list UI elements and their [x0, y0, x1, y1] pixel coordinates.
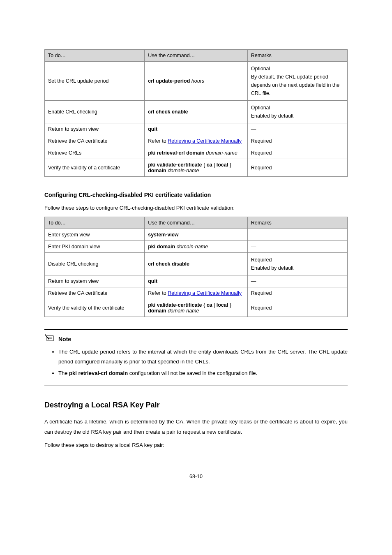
th: Use the command… — [145, 50, 248, 62]
table-row: Enter system view system-view — — [45, 229, 348, 240]
cell: quit — [145, 275, 248, 287]
cell: Required — [247, 159, 347, 177]
cell: — — [247, 229, 347, 240]
table-row: Disable CRL checking crl check disable R… — [45, 252, 348, 275]
cell: Refer to Retrieving a Certificate Manual… — [145, 287, 248, 299]
table-crl-enabled: To do… Use the command… Remarks Set the … — [44, 49, 348, 177]
note-item: The pki retrieval-crl domain configurati… — [58, 368, 348, 378]
cell: Enable CRL checking — [45, 101, 145, 123]
table-row: Enter PKI domain view pki domain domain-… — [45, 240, 348, 252]
th: Remarks — [247, 217, 347, 229]
cell: crl check disable — [145, 252, 248, 275]
cell: crl update-period hours — [145, 62, 248, 101]
cell: — — [247, 240, 347, 252]
cell: Return to system view — [45, 123, 145, 135]
th: To do… — [45, 217, 145, 229]
cell: Retrieve the CA certificate — [45, 287, 145, 299]
cell: pki retrieval-crl domain domain-name — [145, 147, 248, 159]
cell: — — [247, 275, 347, 287]
cell: Required — [247, 287, 347, 299]
cell: OptionalBy default, the CRL update perio… — [247, 62, 347, 101]
table-row: Return to system view quit — — [45, 275, 348, 287]
paragraph: Follow these steps to destroy a local RS… — [44, 440, 348, 451]
table-row: Retrieve the CA certificate Refer to Ret… — [45, 135, 348, 147]
page-number: 68-10 — [44, 474, 348, 479]
heading-destroy-rsa: Destroying a Local RSA Key Pair — [44, 401, 348, 409]
table-row: Verify the validity of a certificate pki… — [45, 159, 348, 177]
paragraph: Follow these steps to configure CRL-chec… — [44, 203, 348, 213]
link-retrieving-cert[interactable]: Retrieving a Certificate Manually — [168, 138, 242, 144]
link-retrieving-cert[interactable]: Retrieving a Certificate Manually — [168, 290, 242, 296]
cell: Enter PKI domain view — [45, 240, 145, 252]
table-row: Set the CRL update period crl update-per… — [45, 62, 348, 101]
cell: — — [247, 123, 347, 135]
cell: Verify the validity of a certificate — [45, 159, 145, 177]
cell: crl check enable — [145, 101, 248, 123]
cell: Required — [247, 147, 347, 159]
th: To do… — [45, 50, 145, 62]
table-row: Retrieve CRLs pki retrieval-crl domain d… — [45, 147, 348, 159]
cell: Disable CRL checking — [45, 252, 145, 275]
th: Use the command… — [145, 217, 248, 229]
cell: Required — [247, 135, 347, 147]
cell: Refer to Retrieving a Certificate Manual… — [145, 135, 248, 147]
cell: system-view — [145, 229, 248, 240]
cell: Retrieve the CA certificate — [45, 135, 145, 147]
note-label: Note — [58, 336, 71, 342]
cell: Set the CRL update period — [45, 62, 145, 101]
table-row: Retrieve the CA certificate Refer to Ret… — [45, 287, 348, 299]
th: Remarks — [247, 50, 347, 62]
cell: Return to system view — [45, 275, 145, 287]
cell: Required — [247, 299, 347, 317]
cell: pki validate-certificate { ca | local } … — [145, 159, 248, 177]
cell: Retrieve CRLs — [45, 147, 145, 159]
cell: Verify the validity of the certificate — [45, 299, 145, 317]
cell: OptionalEnabled by default — [247, 101, 347, 123]
paragraph: A certificate has a lifetime, which is d… — [44, 417, 348, 437]
cell: RequiredEnabled by default — [247, 252, 347, 275]
cell: quit — [145, 123, 248, 135]
note-icon — [44, 334, 56, 345]
table-row: Verify the validity of the certificate p… — [45, 299, 348, 317]
section-heading: Configuring CRL-checking-disabled PKI ce… — [44, 192, 348, 198]
table-row: Return to system view quit — — [45, 123, 348, 135]
cell: pki domain domain-name — [145, 240, 248, 252]
table-crl-disabled: To do… Use the command… Remarks Enter sy… — [44, 217, 348, 317]
table-row: Enable CRL checking crl check enable Opt… — [45, 101, 348, 123]
note-item: The CRL update period refers to the inte… — [58, 347, 348, 367]
cell: pki validate-certificate { ca | local } … — [145, 299, 248, 317]
cell: Enter system view — [45, 229, 145, 240]
note-block: Note The CRL update period refers to the… — [44, 329, 348, 386]
